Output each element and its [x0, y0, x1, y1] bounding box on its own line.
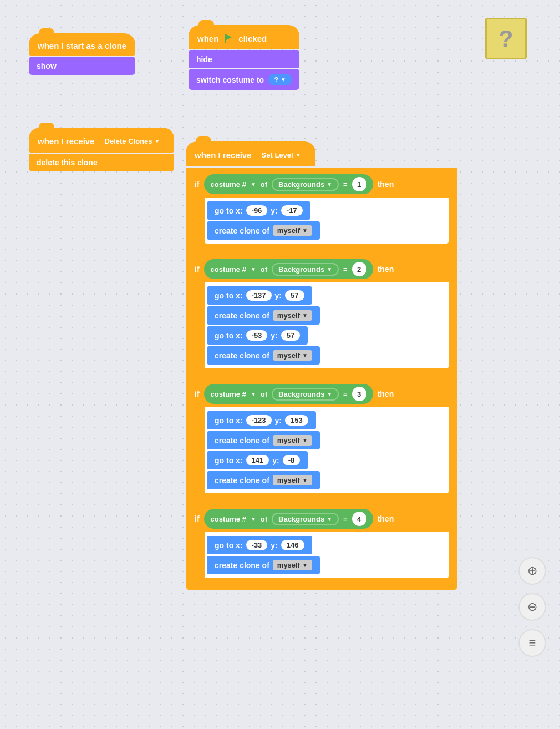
goto-block-3b: go to x: 141 y: -8	[207, 451, 446, 469]
if-block-2: if costume # ▼ of Backgrounds ▼ = 2 then	[186, 252, 452, 375]
myself-dropdown-1a[interactable]: myself ▼	[273, 225, 312, 236]
clone-block-3a: create clone of myself ▼	[207, 431, 446, 449]
y-val-2b: 57	[281, 330, 300, 341]
x-val-2a: -137	[246, 290, 272, 301]
svg-marker-0	[225, 34, 232, 40]
value-1: 1	[352, 177, 366, 191]
clone-block-2b: create clone of myself ▼	[207, 346, 446, 364]
if-body-4: go to x: -33 y: 146 create clone of myse…	[205, 532, 449, 578]
question-sprite: ?	[485, 18, 527, 59]
goto-block-3a: go to x: -123 y: 153	[207, 411, 446, 429]
condition-4[interactable]: costume # ▼ of Backgrounds ▼ = 4	[204, 509, 373, 529]
if-block-4: if costume # ▼ of Backgrounds ▼ = 4 then	[186, 502, 452, 585]
hat-when-receive-delete[interactable]: when I receive Delete Clones ▼	[29, 128, 174, 153]
if-header-3: if costume # ▼ of Backgrounds ▼ = 3 then	[189, 381, 449, 407]
set-level-dropdown[interactable]: Set Level ▼	[256, 149, 307, 161]
backgrounds-dropdown-3[interactable]: Backgrounds ▼	[272, 388, 339, 401]
if-body-3: go to x: -123 y: 153 create clone of mys…	[205, 407, 449, 493]
clone-block-1a: create clone of myself ▼	[207, 221, 446, 240]
clone-block-3b: create clone of myself ▼	[207, 471, 446, 489]
value-4: 4	[352, 512, 366, 526]
backgrounds-dropdown-4[interactable]: Backgrounds ▼	[272, 513, 339, 525]
fit-button[interactable]: ≡	[518, 629, 546, 657]
if-block-1: if costume # ▼ of Backgrounds ▼ = 1 then	[186, 168, 452, 250]
y-val-4a: 146	[281, 540, 304, 550]
condition-1[interactable]: costume # ▼ of Backgrounds ▼ = 1	[204, 174, 373, 194]
costume-dropdown[interactable]: ? ▼	[268, 74, 292, 85]
zoom-in-button[interactable]: ⊕	[518, 557, 546, 585]
y-val-3b: -8	[283, 455, 301, 465]
clone-block-2a: create clone of myself ▼	[207, 306, 446, 325]
hat-set-level[interactable]: when I receive Set Level ▼	[186, 141, 315, 166]
x-val-2b: -53	[246, 330, 268, 341]
condition-3[interactable]: costume # ▼ of Backgrounds ▼ = 3	[204, 384, 373, 404]
y-val-3a: 153	[285, 415, 308, 426]
x-val-3a: -123	[246, 415, 272, 426]
x-val-1a: -96	[246, 205, 268, 216]
myself-dropdown-3b[interactable]: myself ▼	[273, 475, 312, 485]
myself-dropdown-4a[interactable]: myself ▼	[273, 560, 312, 570]
backgrounds-dropdown-2[interactable]: Backgrounds ▼	[272, 263, 339, 276]
backgrounds-dropdown-1[interactable]: Backgrounds ▼	[272, 178, 339, 191]
if-body-1: go to x: -96 y: -17 create clone of myse…	[205, 198, 449, 244]
delete-this-clone-block[interactable]: delete this clone	[29, 154, 174, 171]
condition-2[interactable]: costume # ▼ of Backgrounds ▼ = 2	[204, 259, 373, 279]
delete-clones-dropdown[interactable]: Delete Clones ▼	[99, 135, 166, 147]
hat-flag-clicked[interactable]: when clicked	[189, 25, 299, 49]
myself-dropdown-2b[interactable]: myself ▼	[273, 350, 312, 361]
zoom-out-button[interactable]: ⊖	[518, 593, 546, 621]
switch-costume-block[interactable]: switch costume to ? ▼	[189, 69, 299, 90]
group-receive-delete: when I receive Delete Clones ▼ delete th…	[29, 128, 174, 171]
x-val-4a: -33	[246, 540, 268, 550]
when-start-label: when I start as a clone	[38, 41, 126, 50]
value-3: 3	[352, 387, 366, 401]
group-flag-clicked: when clicked hide switch costume to ? ▼	[189, 25, 299, 90]
show-block[interactable]: show	[29, 57, 135, 75]
fit-icon: ≡	[529, 636, 536, 650]
myself-dropdown-2a[interactable]: myself ▼	[273, 310, 312, 321]
group-set-level: when I receive Set Level ▼ if costume # …	[186, 141, 457, 590]
if-header-2: if costume # ▼ of Backgrounds ▼ = 2 then	[189, 256, 449, 282]
x-val-3b: 141	[246, 455, 269, 465]
if-header-1: if costume # ▼ of Backgrounds ▼ = 1 then	[189, 171, 449, 198]
if-block-3: if costume # ▼ of Backgrounds ▼ = 3 then	[186, 377, 452, 500]
hide-block[interactable]: hide	[189, 50, 299, 68]
clone-block-4a: create clone of myself ▼	[207, 556, 446, 574]
hat-when-start-as-clone[interactable]: when I start as a clone	[29, 33, 135, 56]
value-2: 2	[352, 262, 366, 276]
goto-block-4a: go to x: -33 y: 146	[207, 536, 446, 554]
goto-block-2b: go to x: -53 y: 57	[207, 326, 446, 345]
y-val-1a: -17	[281, 205, 303, 216]
zoom-out-icon: ⊖	[527, 600, 537, 614]
if-header-4: if costume # ▼ of Backgrounds ▼ = 4 then	[189, 505, 449, 532]
if-body-2: go to x: -137 y: 57 create clone of myse…	[205, 282, 449, 368]
outer-c-block: if costume # ▼ of Backgrounds ▼ = 1 then	[186, 168, 457, 590]
flag-icon	[223, 33, 234, 44]
group-clone-start: when I start as a clone show	[29, 33, 135, 75]
zoom-in-icon: ⊕	[527, 564, 537, 578]
y-val-2a: 57	[285, 290, 304, 301]
goto-block-2a: go to x: -137 y: 57	[207, 286, 446, 305]
goto-block-1a: go to x: -96 y: -17	[207, 201, 446, 220]
myself-dropdown-3a[interactable]: myself ▼	[273, 435, 312, 446]
